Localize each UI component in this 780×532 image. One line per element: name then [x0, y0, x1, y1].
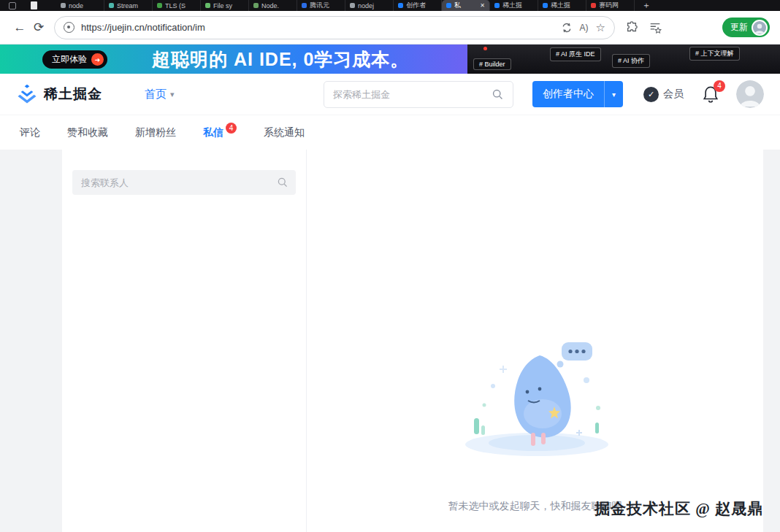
- tab-favicon: [446, 3, 451, 8]
- tab-favicon: [302, 3, 307, 8]
- arrow-right-icon: ➜: [91, 53, 104, 66]
- tab-label: File sy: [213, 2, 244, 9]
- browser-tab[interactable]: Stream: [104, 0, 153, 11]
- browser-tab[interactable]: 稀土掘: [538, 0, 586, 11]
- nav-home-label: 首页: [145, 88, 167, 101]
- tab-search-icon[interactable]: [31, 1, 37, 9]
- messages-card: 暂未选中或发起聊天，快和掘友聊聊吧 掘金技术社区 @ 赵晟鼎: [62, 150, 763, 532]
- subnav-comments[interactable]: 评论: [20, 126, 40, 139]
- browser-tab[interactable]: TLS (S: [153, 0, 201, 11]
- banner-headline: 超聪明的 AI IDE, 0学习成本。: [152, 45, 409, 74]
- browser-profile-avatar[interactable]: [752, 20, 768, 36]
- browser-toolbar: ← ⟳ https://juejin.cn/notification/im A)…: [0, 11, 780, 45]
- tab-favicon: [398, 3, 403, 8]
- juejin-logo[interactable]: 稀土掘金: [16, 84, 102, 104]
- site-info-icon[interactable]: [64, 22, 74, 33]
- search-icon[interactable]: [492, 88, 504, 101]
- tab-label: 腾讯元: [310, 1, 340, 10]
- cta-label: 立即体验: [52, 53, 87, 66]
- site-search[interactable]: [324, 81, 513, 108]
- refresh-button[interactable]: ⟳: [29, 20, 48, 35]
- banner-tag: # AI 原生 IDE: [550, 47, 601, 61]
- contact-search-input[interactable]: [72, 170, 296, 195]
- nav-home[interactable]: 首页 ▾: [145, 88, 175, 101]
- creator-center-button[interactable]: 创作者中心 ▾: [532, 81, 623, 107]
- update-label: 更新: [730, 21, 748, 34]
- notification-count-badge: 4: [714, 80, 725, 92]
- banner-tag: # 上下文理解: [689, 47, 740, 61]
- browser-tab[interactable]: 腾讯元: [297, 0, 345, 11]
- user-avatar[interactable]: [736, 80, 764, 108]
- watermark-text: 掘金技术社区 @ 赵晟鼎: [594, 498, 763, 519]
- subnav-likes[interactable]: 赞和收藏: [67, 126, 108, 139]
- member-label: 会员: [663, 88, 684, 101]
- member-link[interactable]: ✓ 会员: [643, 87, 684, 102]
- subnav-private-messages[interactable]: 私信 4: [203, 126, 237, 139]
- banner-tag: # Builder: [473, 58, 511, 70]
- site-header: 稀土掘金 首页 ▾ 创作者中心 ▾ ✓ 会员 4: [0, 74, 780, 115]
- back-button[interactable]: ←: [10, 20, 29, 35]
- banner-tag: # AI 协作: [612, 54, 650, 68]
- subnav-label: 新增粉丝: [135, 126, 176, 139]
- notification-subnav: 评论 赞和收藏 新增粉丝 私信 4 系统通知: [0, 115, 780, 150]
- contact-search[interactable]: [72, 170, 296, 195]
- site-search-input[interactable]: [333, 89, 492, 100]
- tab-label: TLS (S: [165, 2, 196, 9]
- extensions-icon[interactable]: [625, 21, 638, 34]
- tab-label: node: [69, 2, 99, 9]
- promo-banner[interactable]: 立即体验 ➜ 超聪明的 AI IDE, 0学习成本。 # Builder # A…: [0, 45, 780, 74]
- notification-bell[interactable]: 4: [703, 85, 719, 104]
- juejin-logo-icon: [16, 84, 38, 104]
- tab-favicon: [591, 3, 596, 8]
- tab-favicon: [61, 3, 66, 8]
- main-content: 暂未选中或发起聊天，快和掘友聊聊吧 掘金技术社区 @ 赵晟鼎: [0, 150, 780, 532]
- url-text[interactable]: https://juejin.cn/notification/im: [81, 22, 554, 33]
- translate-icon[interactable]: [561, 22, 573, 34]
- banner-cta-button[interactable]: 立即体验 ➜: [42, 50, 107, 69]
- browser-tab-active[interactable]: 私✕: [442, 0, 490, 11]
- tab-label: Node.: [261, 2, 292, 9]
- browser-tab[interactable]: nodej: [345, 0, 394, 11]
- tab-label: nodej: [358, 2, 389, 9]
- browser-update-button[interactable]: 更新: [722, 18, 770, 37]
- creator-center-label: 创作者中心: [532, 88, 604, 101]
- unread-count-badge: 4: [226, 123, 237, 134]
- member-badge-icon: ✓: [643, 87, 659, 102]
- favorite-star-icon[interactable]: ☆: [596, 21, 605, 34]
- tab-favicon: [543, 3, 548, 8]
- tab-favicon: [109, 3, 114, 8]
- tab-label: Stream: [117, 2, 148, 9]
- tab-label: 赛码网: [599, 1, 630, 10]
- banner-ide-screenshot: # Builder # AI 原生 IDE # AI 协作 # 上下文理解: [467, 45, 780, 74]
- subnav-system-notices[interactable]: 系统通知: [264, 126, 305, 139]
- new-tab-button[interactable]: ＋: [642, 0, 651, 12]
- chevron-down-icon: ▾: [170, 90, 175, 99]
- browser-tab[interactable]: node: [56, 0, 104, 11]
- subnav-label: 系统通知: [264, 126, 305, 139]
- tab-label: 私: [454, 1, 477, 10]
- subnav-new-followers[interactable]: 新增粉丝: [135, 126, 176, 139]
- tab-favicon: [494, 3, 500, 8]
- chevron-down-icon[interactable]: ▾: [604, 81, 623, 107]
- browser-tab[interactable]: 赛码网: [586, 0, 635, 11]
- subnav-label: 赞和收藏: [67, 126, 108, 139]
- tab-favicon: [253, 3, 259, 8]
- empty-state-illustration: [455, 338, 616, 458]
- contacts-panel: [62, 150, 307, 532]
- tab-favicon: [157, 3, 162, 8]
- read-aloud-icon[interactable]: A): [580, 23, 589, 33]
- workspace-icon[interactable]: [9, 2, 16, 9]
- subnav-label: 评论: [20, 126, 40, 139]
- tab-favicon: [205, 3, 210, 8]
- browser-tab[interactable]: Node.: [249, 0, 297, 11]
- search-icon[interactable]: [277, 177, 288, 188]
- browser-tab[interactable]: 稀土掘: [490, 0, 538, 11]
- favorites-list-icon[interactable]: [649, 21, 662, 34]
- subnav-label: 私信: [203, 126, 223, 139]
- tab-favicon: [350, 3, 355, 8]
- address-bar[interactable]: https://juejin.cn/notification/im A) ☆: [54, 16, 615, 39]
- close-tab-icon[interactable]: ✕: [480, 2, 485, 9]
- tab-list: node Stream TLS (S File sy Node. 腾讯元 nod…: [56, 0, 635, 11]
- browser-tab[interactable]: File sy: [201, 0, 249, 11]
- browser-tab[interactable]: 创作者: [394, 0, 442, 11]
